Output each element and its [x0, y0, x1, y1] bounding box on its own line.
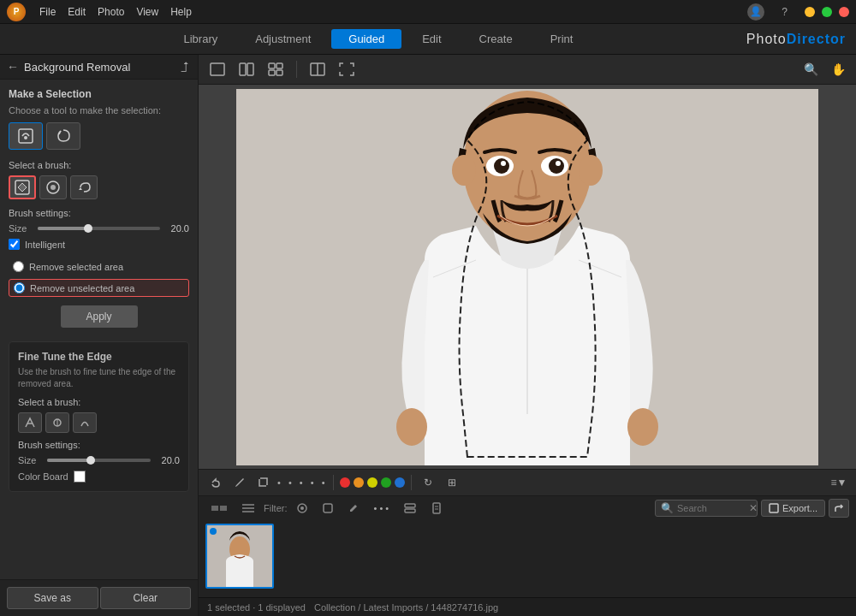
tab-library[interactable]: Library [166, 29, 235, 49]
canvas-area[interactable] [199, 85, 856, 469]
brush-restore-btn[interactable] [70, 175, 98, 199]
svg-point-29 [556, 161, 561, 166]
tab-bar: Library Adjustment Guided Edit Create Pr… [0, 24, 856, 55]
smart-selection-tool[interactable] [9, 122, 43, 150]
tab-create[interactable]: Create [462, 29, 530, 49]
filter-square-icon [323, 503, 333, 513]
menu-items: File Edit Photo View Help [39, 6, 192, 18]
menu-help[interactable]: Help [170, 6, 192, 18]
fine-brush-btn1[interactable] [18, 412, 42, 433]
menu-edit[interactable]: Edit [68, 6, 86, 18]
color-red[interactable] [340, 477, 350, 488]
view-fullscreen-btn[interactable] [335, 58, 359, 80]
brush-tool-btn[interactable] [229, 473, 250, 492]
tab-edit[interactable]: Edit [405, 29, 458, 49]
stack-btn[interactable] [398, 499, 422, 518]
tab-print[interactable]: Print [533, 29, 591, 49]
remove-unselected-row[interactable]: Remove unselected area [9, 279, 189, 297]
filter-label: Filter: [264, 503, 288, 513]
brush-row [9, 175, 189, 199]
tab-adjustment[interactable]: Adjustment [238, 29, 328, 49]
filter-edit-btn[interactable] [342, 499, 365, 518]
color-orange[interactable] [354, 477, 364, 488]
clear-button[interactable]: Clear [100, 587, 192, 609]
brush-tool-icon [234, 477, 246, 489]
person-svg [236, 89, 818, 465]
remove-unselected-label[interactable]: Remove unselected area [30, 283, 134, 293]
view-grid-btn[interactable] [264, 58, 288, 80]
fine-brush-btn3[interactable] [73, 412, 97, 433]
brush-smart-btn[interactable] [9, 175, 36, 199]
info-btn[interactable] [425, 499, 448, 518]
menu-photo[interactable]: Photo [98, 6, 124, 18]
stack-icon [404, 503, 416, 513]
edit-filter-icon [348, 503, 359, 513]
back-button[interactable]: ← [7, 60, 19, 74]
fine-brush2-icon [51, 417, 63, 429]
list-view-btn[interactable] [236, 499, 260, 518]
fine-size-label: Size [18, 455, 42, 465]
filter-all-btn[interactable] [291, 499, 313, 518]
close-button[interactable] [839, 7, 849, 17]
crop-tool-btn[interactable] [253, 473, 274, 492]
view-single-btn[interactable] [205, 58, 229, 80]
bt-separator2 [411, 475, 412, 490]
lasso-tool[interactable] [46, 122, 80, 150]
search-box[interactable]: 🔍 ✕ [655, 500, 758, 517]
brush-eraser-btn[interactable] [39, 175, 67, 199]
color-blue[interactable] [395, 477, 405, 488]
color-green[interactable] [381, 477, 391, 488]
maximize-button[interactable] [822, 7, 832, 17]
remove-selected-radio[interactable] [13, 261, 24, 272]
intelligent-label[interactable]: Intelligent [25, 240, 65, 250]
filter-more-btn[interactable]: • • • [368, 499, 395, 518]
remove-unselected-radio[interactable] [14, 282, 25, 293]
thumbnail-item[interactable] [205, 524, 274, 589]
svg-point-36 [300, 506, 304, 510]
export-button[interactable]: Export... [761, 500, 825, 517]
svg-rect-10 [247, 63, 253, 75]
share-button[interactable] [829, 499, 849, 518]
zoom-pan-btn[interactable]: ✋ [827, 58, 849, 80]
remove-selected-row[interactable]: Remove selected area [9, 258, 189, 275]
history-back-btn[interactable] [205, 473, 226, 492]
smart-brush-small-icon [15, 180, 30, 195]
user-icon[interactable]: 👤 [747, 3, 764, 21]
tab-guided[interactable]: Guided [331, 29, 401, 49]
rotate-btn[interactable]: ↻ [418, 473, 438, 492]
thumb-view-btn[interactable] [205, 499, 233, 518]
split-view-icon [310, 62, 325, 76]
intelligent-checkbox[interactable] [9, 239, 20, 250]
view-split-btn[interactable] [306, 58, 330, 80]
menu-view[interactable]: View [136, 6, 158, 18]
fine-brush-btn2[interactable] [45, 412, 69, 433]
menu-file[interactable]: File [39, 6, 56, 18]
filter-square-btn[interactable] [317, 499, 339, 518]
svg-point-1 [24, 136, 27, 139]
sort-btn[interactable]: ≡▼ [829, 473, 849, 492]
save-as-button[interactable]: Save as [7, 587, 98, 609]
color-board-swatch[interactable] [74, 471, 86, 483]
fine-size-slider[interactable] [47, 459, 151, 462]
eraser-icon [45, 180, 61, 195]
color-yellow[interactable] [367, 477, 377, 488]
smart-brush-icon [17, 127, 34, 145]
remove-selected-label[interactable]: Remove selected area [29, 262, 123, 272]
size-slider[interactable] [38, 227, 160, 230]
search-clear-btn[interactable]: ✕ [749, 502, 758, 514]
win-hint: ? [782, 6, 788, 18]
zoom-magnify-btn[interactable]: 🔍 [800, 58, 822, 80]
svg-rect-38 [405, 504, 415, 507]
left-panel: ← Background Removal ⮥ Make a Selection … [0, 55, 199, 616]
fine-brush3-icon [79, 417, 91, 429]
apply-button[interactable]: Apply [61, 305, 138, 328]
view-compare-btn[interactable] [235, 58, 259, 80]
view-toolbar: 🔍 ✋ [199, 55, 856, 85]
search-input[interactable] [677, 503, 746, 513]
crop-btn2[interactable]: ⊞ [442, 473, 462, 492]
export-icon [769, 503, 779, 513]
minimize-button[interactable] [805, 7, 815, 17]
svg-rect-8 [211, 63, 224, 75]
size-slider-row: Size 20.0 [9, 223, 189, 234]
panel-export-icon[interactable]: ⮥ [179, 60, 191, 74]
